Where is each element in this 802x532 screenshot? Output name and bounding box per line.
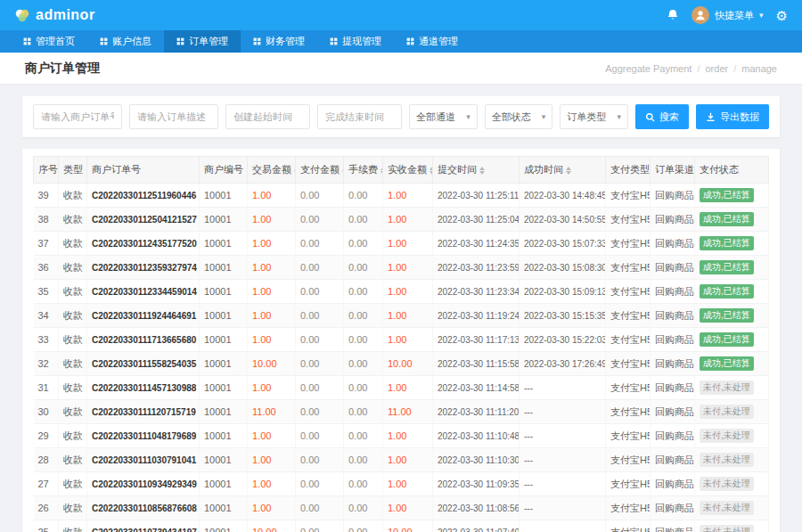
cell-merchant_no: 10001	[200, 496, 248, 520]
cell-success_time: 2022-03-30 15:22:03	[520, 328, 606, 352]
column-header-success_time[interactable]: 成功时间	[520, 157, 606, 184]
quick-menu[interactable]: 快捷菜单 ▾	[692, 6, 764, 24]
breadcrumb-item: manage	[741, 63, 777, 74]
cell-status: 成功,已结算	[695, 256, 769, 280]
cell-channel: 回购商品	[651, 352, 695, 376]
status-select-value: 全部状态	[492, 110, 531, 124]
cell-merchant_no: 10001	[200, 376, 248, 400]
nav-item-label: 管理首页	[36, 35, 75, 48]
cell-trade_amount: 1.00	[248, 304, 296, 328]
column-header-pay_amount[interactable]: 支付金额	[296, 157, 344, 184]
export-data-button[interactable]: 导出数据	[696, 104, 769, 129]
grid-icon	[406, 37, 414, 45]
cell-order_no: C20220330112504121527	[87, 208, 200, 232]
status-badge: 未付,未处理	[700, 525, 754, 532]
cell-fee: 0.00	[344, 232, 383, 256]
logo-text: adminor	[36, 7, 95, 23]
cell-channel: 回购商品	[651, 232, 695, 256]
breadcrumb-item[interactable]: Aggregate Payment	[605, 63, 692, 74]
nav-item-home[interactable]: 管理首页	[11, 30, 87, 53]
cell-type: 收款	[59, 256, 87, 280]
cell-status: 未付,未处理	[695, 472, 769, 496]
search-icon	[645, 112, 655, 122]
cell-pay_amount: 0.00	[296, 328, 344, 352]
column-header-trade_amount[interactable]: 交易金额	[248, 157, 296, 184]
cell-success_time: ---	[520, 448, 606, 472]
order-desc-input[interactable]	[129, 104, 218, 129]
cell-order_no: C20220330112435177520	[87, 232, 200, 256]
cell-order_no: C20220330112359327974	[87, 256, 200, 280]
status-badge: 未付,未处理	[700, 429, 754, 443]
search-button[interactable]: 搜索	[635, 104, 689, 129]
chevron-down-icon: ▾	[759, 11, 764, 20]
status-select[interactable]: 全部状态 ▾	[485, 104, 553, 129]
nav-item-order[interactable]: 订单管理	[164, 30, 241, 53]
cell-fee: 0.00	[344, 352, 383, 376]
cell-channel: 回购商品	[651, 472, 695, 496]
cell-real_amount: 1.00	[383, 232, 433, 256]
nav-item-withdraw[interactable]: 提现管理	[317, 30, 394, 53]
column-header-order_no: 商户订单号	[87, 157, 200, 184]
cell-fee: 0.00	[344, 184, 383, 208]
cell-fee: 0.00	[344, 496, 383, 520]
cell-channel: 回购商品	[651, 376, 695, 400]
column-header-fee[interactable]: 手续费	[344, 157, 383, 184]
cell-merchant_no: 10001	[200, 232, 248, 256]
settings-gear-icon[interactable]: ⚙	[776, 9, 788, 22]
sort-icon[interactable]	[566, 167, 571, 175]
create-start-time-input[interactable]	[225, 104, 310, 129]
cell-status: 成功,已结算	[695, 352, 769, 376]
column-header-submit_time[interactable]: 提交时间	[433, 157, 520, 184]
nav-item-finance[interactable]: 财务管理	[241, 30, 317, 53]
cell-submit_time: 2022-03-30 11:10:48	[433, 424, 520, 448]
table-row: 37收款C20220330112435177520100011.000.000.…	[34, 232, 769, 256]
nav-item-account[interactable]: 账户信息	[87, 30, 164, 53]
cell-fee: 0.00	[344, 424, 383, 448]
orders-table-card: 序号类型商户订单号商户编号交易金额支付金额手续费实收金额提交时间成功时间支付类型…	[22, 149, 780, 532]
chevron-down-icon: ▾	[542, 112, 546, 121]
merchant-order-no-input[interactable]	[33, 104, 122, 129]
cell-no: 35	[34, 280, 59, 304]
table-row: 30收款C202203301111207157191000111.000.000…	[34, 400, 769, 424]
finish-end-time-input[interactable]	[317, 104, 402, 129]
cell-submit_time: 2022-03-30 11:11:20	[433, 400, 520, 424]
status-badge: 成功,已结算	[700, 212, 754, 226]
cell-submit_time: 2022-03-30 11:23:59	[433, 256, 520, 280]
cell-success_time: 2022-03-30 15:08:30	[520, 256, 606, 280]
cell-channel: 回购商品	[651, 328, 695, 352]
cell-type: 收款	[59, 328, 87, 352]
cell-type: 收款	[59, 448, 87, 472]
cell-status: 成功,已结算	[695, 280, 769, 304]
cell-submit_time: 2022-03-30 11:08:56	[433, 496, 520, 520]
notification-bell-icon[interactable]	[667, 9, 679, 21]
cell-success_time: 2022-03-30 15:09:13	[520, 280, 606, 304]
orders-table: 序号类型商户订单号商户编号交易金额支付金额手续费实收金额提交时间成功时间支付类型…	[33, 156, 769, 532]
cell-pay_type: 支付宝H5	[606, 328, 651, 352]
column-header-real_amount[interactable]: 实收金额	[383, 157, 433, 184]
breadcrumb-item[interactable]: order	[705, 63, 728, 74]
cell-type: 收款	[59, 520, 87, 532]
cell-order_no: C20220330111713665680	[87, 328, 200, 352]
channel-select[interactable]: 全部通道 ▾	[409, 104, 478, 129]
chevron-down-icon: ▾	[617, 112, 621, 121]
cell-status: 未付,未处理	[695, 448, 769, 472]
cell-order_no: C20220330112511960446	[87, 184, 200, 208]
page-head: 商户订单管理 Aggregate Payment / order / manag…	[0, 53, 802, 85]
cell-pay_amount: 0.00	[296, 280, 344, 304]
sort-icon[interactable]	[430, 167, 433, 175]
cell-pay_amount: 0.00	[296, 424, 344, 448]
table-header-row: 序号类型商户订单号商户编号交易金额支付金额手续费实收金额提交时间成功时间支付类型…	[34, 157, 769, 184]
cell-no: 34	[34, 304, 59, 328]
cell-trade_amount: 1.00	[248, 328, 296, 352]
cell-pay_type: 支付宝H5	[606, 352, 651, 376]
order-type-select[interactable]: 订单类型 ▾	[560, 104, 628, 129]
table-row: 38收款C20220330112504121527100011.000.000.…	[34, 208, 769, 232]
logo[interactable]: adminor	[14, 7, 95, 23]
cell-no: 27	[34, 472, 59, 496]
cell-type: 收款	[59, 400, 87, 424]
nav-item-channel[interactable]: 通道管理	[394, 30, 471, 53]
sort-icon[interactable]	[479, 167, 485, 175]
cell-success_time: 2022-03-30 14:48:45	[520, 184, 606, 208]
cell-trade_amount: 1.00	[248, 472, 296, 496]
table-row: 35收款C20220330112334459014100011.000.000.…	[34, 280, 769, 304]
